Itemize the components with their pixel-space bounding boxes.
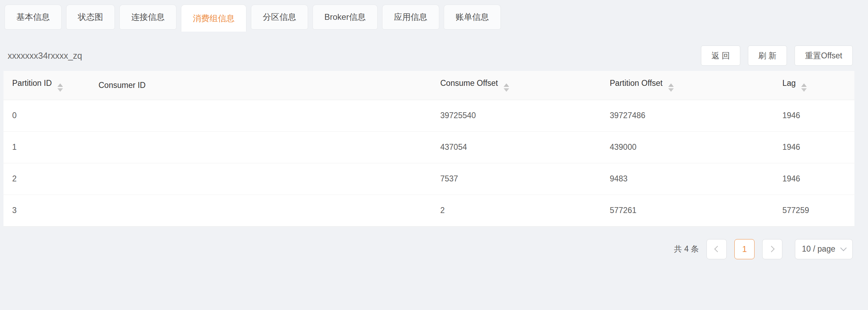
- reset-offset-button[interactable]: 重置Offset: [795, 46, 853, 66]
- back-button[interactable]: 返 回: [701, 46, 740, 66]
- caret-up-icon: [668, 83, 674, 87]
- cell-lag: 1946: [774, 163, 854, 195]
- cell-lag: 577259: [774, 195, 854, 226]
- cell-consume-offset: 2: [432, 195, 601, 226]
- column-header-lag[interactable]: Lag: [774, 71, 854, 100]
- table-header-row: Partition ID Consumer ID Consume Offset …: [3, 71, 854, 100]
- cell-consume-offset: 437054: [432, 131, 601, 163]
- toolbar: xxxxxxx34rxxxx_zq 返 回 刷 新 重置Offset: [0, 46, 868, 66]
- column-label: Consumer ID: [98, 81, 145, 90]
- cell-partition-offset: 9483: [601, 163, 774, 195]
- column-label: Lag: [782, 79, 796, 88]
- caret-up-icon: [57, 83, 63, 87]
- cell-consumer-id: [90, 131, 432, 163]
- chevron-down-icon: [840, 245, 846, 251]
- caret-down-icon: [801, 88, 807, 92]
- tab-app-info[interactable]: 应用信息: [382, 5, 439, 30]
- tab-billing-info[interactable]: 账单信息: [444, 5, 501, 30]
- cell-partition-id: 3: [3, 195, 90, 226]
- caret-up-icon: [801, 83, 807, 87]
- tab-connection-info[interactable]: 连接信息: [119, 5, 176, 30]
- tab-broker-info[interactable]: Broker信息: [313, 5, 378, 30]
- total-count: 共 4 条: [674, 244, 699, 254]
- sort-carets-icon: [504, 83, 509, 92]
- tab-basic-info[interactable]: 基本信息: [5, 5, 62, 30]
- sort-carets-icon: [668, 83, 674, 92]
- caret-down-icon: [504, 88, 509, 92]
- table-row: 3 2 577261 577259: [3, 195, 854, 226]
- tab-partition-info[interactable]: 分区信息: [251, 5, 308, 30]
- page-1-button[interactable]: 1: [734, 239, 755, 259]
- sort-carets-icon: [57, 83, 63, 92]
- cell-partition-offset: 577261: [601, 195, 774, 226]
- caret-down-icon: [57, 88, 63, 92]
- prev-page-button[interactable]: [707, 239, 727, 259]
- column-header-partition-id[interactable]: Partition ID: [3, 71, 90, 100]
- next-page-button[interactable]: [762, 239, 782, 259]
- caret-down-icon: [668, 88, 674, 92]
- cell-consume-offset: 39725540: [432, 100, 601, 131]
- tab-consumer-group-info[interactable]: 消费组信息: [181, 5, 246, 32]
- page-size-value: 10 / page: [802, 244, 835, 254]
- column-header-consumer-id: Consumer ID: [90, 71, 432, 100]
- cell-partition-id: 2: [3, 163, 90, 195]
- cell-lag: 1946: [774, 131, 854, 163]
- cell-partition-id: 0: [3, 100, 90, 131]
- cell-consumer-id: [90, 195, 432, 226]
- chevron-right-icon: [768, 246, 774, 252]
- chevron-left-icon: [714, 246, 720, 252]
- refresh-button[interactable]: 刷 新: [748, 46, 787, 66]
- column-label: Consume Offset: [440, 79, 498, 88]
- cell-consumer-id: [90, 100, 432, 131]
- column-label: Partition Offset: [610, 79, 663, 88]
- caret-up-icon: [504, 83, 509, 87]
- column-header-consume-offset[interactable]: Consume Offset: [432, 71, 601, 100]
- pagination: 共 4 条 1 10 / page: [0, 239, 853, 259]
- cell-consumer-id: [90, 163, 432, 195]
- cell-consume-offset: 7537: [432, 163, 601, 195]
- cell-lag: 1946: [774, 100, 854, 131]
- table-row: 0 39725540 39727486 1946: [3, 100, 854, 131]
- column-header-partition-offset[interactable]: Partition Offset: [601, 71, 774, 100]
- tab-bar: 基本信息 状态图 连接信息 消费组信息 分区信息 Broker信息 应用信息 账…: [0, 0, 868, 32]
- cell-partition-id: 1: [3, 131, 90, 163]
- table-row: 1 437054 439000 1946: [3, 131, 854, 163]
- consumer-group-name: xxxxxxx34rxxxx_zq: [8, 51, 82, 61]
- consumer-group-table: Partition ID Consumer ID Consume Offset …: [3, 71, 854, 227]
- cell-partition-offset: 439000: [601, 131, 774, 163]
- tab-status-chart[interactable]: 状态图: [66, 5, 115, 30]
- table-row: 2 7537 9483 1946: [3, 163, 854, 195]
- column-label: Partition ID: [12, 79, 52, 88]
- page-size-select[interactable]: 10 / page: [795, 239, 853, 259]
- sort-carets-icon: [801, 83, 807, 92]
- cell-partition-offset: 39727486: [601, 100, 774, 131]
- toolbar-buttons: 返 回 刷 新 重置Offset: [701, 46, 853, 66]
